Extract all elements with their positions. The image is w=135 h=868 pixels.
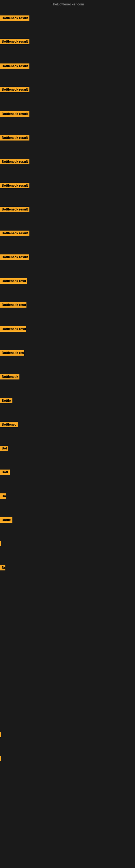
bottleneck-result-badge: Bo	[0, 493, 6, 499]
bottleneck-result-badge: Bottleneck resu	[0, 302, 27, 308]
bottleneck-result-badge: Bot	[0, 446, 8, 451]
bottleneck-result-badge: Bottlenec	[0, 422, 18, 427]
bottleneck-result-badge: Bo	[0, 565, 5, 570]
bottleneck-result-badge: Bottleneck result	[0, 39, 30, 44]
bottleneck-result-badge: Bottleneck resu	[0, 278, 27, 284]
bottleneck-result-badge: Bottleneck resu	[0, 326, 26, 332]
bottleneck-result-badge: Bottleneck result	[0, 63, 30, 69]
bottleneck-result-badge: Bottleneck result	[0, 16, 30, 21]
bottleneck-result-badge: Bott	[0, 469, 10, 475]
bottleneck-result-badge: Bottleneck result	[0, 135, 30, 141]
bottleneck-result-badge: Bottleneck result	[0, 254, 29, 260]
site-title: TheBottlenecker.com	[0, 2, 135, 6]
result-bar	[0, 733, 1, 737]
bottleneck-result-badge: Bottle	[0, 517, 12, 523]
bottleneck-result-badge: Bottleneck result	[0, 87, 30, 92]
bottleneck-result-badge: Bottleneck res	[0, 350, 24, 355]
bottleneck-result-badge: Bottleneck result	[0, 207, 30, 212]
bottleneck-result-badge: Bottleneck	[0, 374, 19, 379]
result-bar	[0, 756, 1, 761]
result-bar	[0, 541, 1, 546]
bottleneck-result-badge: Bottleneck result	[0, 111, 30, 117]
bottleneck-result-badge: Bottleneck result	[0, 230, 30, 236]
bottleneck-result-badge: Bottleneck result	[0, 183, 30, 188]
bottleneck-result-badge: Bottle	[0, 398, 12, 403]
bottleneck-result-badge: Bottleneck result	[0, 159, 30, 164]
